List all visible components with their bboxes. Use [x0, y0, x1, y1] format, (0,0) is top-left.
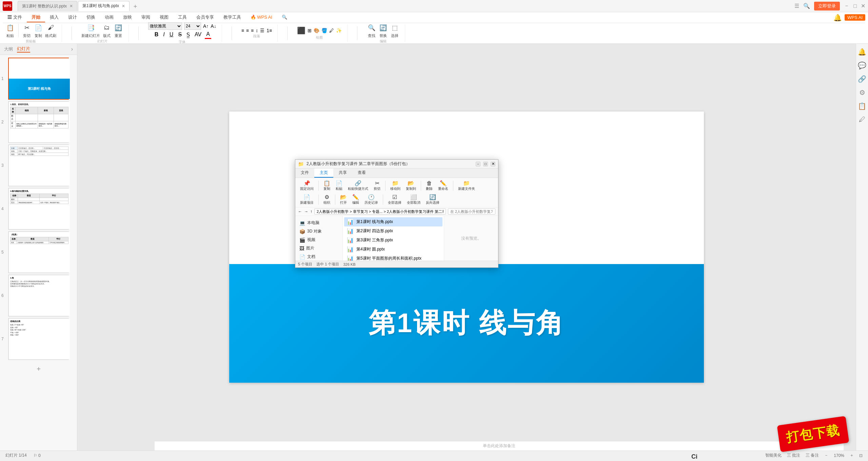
fm-tab-home[interactable]: 主页 [314, 168, 333, 178]
border-color-button[interactable]: 🖊 [329, 28, 334, 33]
list-item[interactable]: 📊 第3课时 三角形.pptx [344, 236, 442, 245]
replace-button[interactable]: 🔄 替换 [378, 23, 388, 38]
tab2-close[interactable]: ✕ [122, 4, 125, 8]
fm-maximize-button[interactable]: □ [483, 162, 488, 166]
fm-delete-button[interactable]: 🗑 删除 [424, 180, 435, 192]
fm-tab-share[interactable]: 共享 [333, 168, 352, 178]
ribbon-tab-wpsai[interactable]: 🔥 WPS AI [246, 13, 277, 22]
align-center[interactable]: ≡ [246, 28, 249, 33]
find-button[interactable]: 🔍 查找 [367, 23, 376, 38]
effect-button[interactable]: ✨ [336, 28, 342, 33]
list-item[interactable]: 5 （性质） 名称垂直平行 性质从直线外一点到该直线上各个点所连的线段...①平… [8, 231, 69, 273]
ribbon-right-icon1[interactable]: 🔔 [833, 14, 842, 22]
fm-pin-button[interactable]: 📌 固定访问 [298, 179, 316, 192]
line-spacing[interactable]: ↕ [256, 28, 258, 33]
ribbon-tab-design[interactable]: 设计 [63, 13, 82, 22]
zoom-in-button[interactable]: ＋ [850, 453, 854, 458]
decrease-font[interactable]: A↓ [211, 23, 216, 29]
fm-tab-file[interactable]: 文件 [295, 168, 314, 178]
fm-rename-button[interactable]: ✏️ 重命名 [436, 179, 450, 192]
list-item[interactable]: 4 3.线与线的位置关系。 名称垂直平行 图示 定义两条直线相交成直角时...在… [8, 188, 69, 230]
zoom-out-button[interactable]: － [824, 453, 828, 458]
fm-close-button[interactable]: ✕ [491, 162, 495, 166]
format-painter[interactable]: 🖌 格式刷 [45, 23, 56, 38]
cut-button[interactable]: ✂ 剪切 [22, 23, 32, 38]
numbering[interactable]: 1≡ [267, 28, 272, 33]
smart-beautify-button[interactable]: 智能美化 [765, 453, 782, 458]
fm-paste-shortcut-button[interactable]: 🔗 粘贴快捷方式 [346, 179, 370, 192]
fm-nav-3d[interactable]: 📦 3D 对象 [295, 227, 342, 236]
fm-open-button[interactable]: 📂 打开 [338, 193, 349, 206]
minimize-icon[interactable]: － [844, 2, 849, 9]
fm-select-all-button[interactable]: ☑ 全部选择 [386, 193, 403, 206]
notes-button[interactable]: 三 批注 [787, 453, 800, 458]
underline-button[interactable]: U [168, 31, 175, 38]
slide-thumb-1[interactable]: 第1课时 线与角 [8, 58, 69, 100]
fm-history-button[interactable]: 🕐 历史记录 [362, 193, 380, 206]
search-icon[interactable]: 🔍 [803, 3, 810, 9]
list-item[interactable]: 1 第1课时 线与角 [8, 58, 69, 100]
sidebar-outline-tab[interactable]: 大纲 [4, 46, 13, 52]
fm-paste-button[interactable]: 📄 粘贴 [334, 179, 344, 192]
reset-button[interactable]: 🔄 重置 [114, 23, 123, 38]
fill-color-button[interactable]: 🪣 [321, 28, 327, 33]
right-panel-icon6[interactable]: 🖊 [859, 116, 866, 123]
copy-button[interactable]: 📄 复制 [34, 23, 43, 38]
select-button[interactable]: ⬚ 选择 [390, 23, 399, 38]
slide-thumb-3[interactable]: 比较①没有端点，②没有...①没有端点，②没有... 射线只有一个端点，无限延伸… [8, 144, 69, 186]
maximize-icon[interactable]: □ [853, 3, 857, 9]
align-right[interactable]: ≡ [251, 28, 254, 33]
fm-back-button[interactable]: ← [298, 209, 302, 214]
fm-nav-video[interactable]: 🎬 视频 [295, 236, 342, 244]
fm-organize-button[interactable]: ⚙ 组织 [321, 193, 332, 206]
font-size-select[interactable]: 24 [184, 22, 201, 30]
fm-copy-to-button[interactable]: 📂 复制到 [404, 179, 418, 192]
shadow-button[interactable]: S̲ [185, 31, 191, 39]
bold-button[interactable]: B [153, 31, 160, 38]
tab1-close[interactable]: ✕ [70, 4, 73, 8]
remarks-button[interactable]: 三 备注 [806, 453, 819, 458]
slide-thumb-5[interactable]: （性质） 名称垂直平行 性质从直线外一点到该直线上各个点所连的线段...①平行线… [8, 231, 69, 273]
fm-nav-thispc[interactable]: 💻 本电脑 [295, 219, 342, 227]
fm-up-button[interactable]: ↑ [310, 209, 312, 214]
sidebar-collapse-button[interactable]: › [71, 46, 73, 52]
shapes-button[interactable]: ⬛ [297, 26, 305, 35]
list-item[interactable]: 3 比较①没有端点，②没有...①没有端点，②没有... 射线只有一个端点，无限… [8, 144, 69, 186]
new-tab-button[interactable]: ＋ [130, 2, 140, 10]
close-icon[interactable]: ✕ [861, 3, 865, 9]
ribbon-right-icon2[interactable]: WPS AI [845, 14, 865, 21]
ribbon-tab-transition[interactable]: 切换 [82, 13, 100, 22]
ribbon-tab-slideshow[interactable]: 放映 [118, 13, 137, 22]
ribbon-tab-review[interactable]: 审阅 [137, 13, 155, 22]
menu-icon[interactable]: ☰ [794, 3, 799, 9]
list-item[interactable]: 7 ④角的分类 锐角: 0°<锐角<90° 直角: =90° 钝角: 90°<钝… [8, 318, 69, 360]
right-panel-icon2[interactable]: 💬 [858, 61, 866, 69]
add-slide-button[interactable]: ＋ [0, 361, 77, 376]
ribbon-tab-search[interactable]: 🔍 [277, 13, 292, 22]
ribbon-tab-tools[interactable]: 工具 [173, 13, 192, 22]
paste-button[interactable]: 📋 粘贴 [5, 23, 15, 38]
ribbon-tab-view[interactable]: 视图 [155, 13, 173, 22]
ribbon-tab-insert[interactable]: 插入 [45, 13, 63, 22]
italic-button[interactable]: I [162, 31, 166, 38]
list-item[interactable]: 6 3.角 ①角的定义：从一点引出两条射线所围成的图形叫角。 ②用量角器来测量角… [8, 275, 69, 317]
slide-notes-area[interactable]: 单击此处添加备注 [155, 441, 844, 450]
list-item[interactable]: 2 1.线段、射线和直线。 名称线段射线直线 图示 定义直线上的两点之间的部分叫… [8, 101, 69, 143]
right-panel-icon1[interactable]: 🔔 [858, 48, 866, 56]
fm-cut-button[interactable]: ✂ 剪切 [372, 179, 382, 192]
fm-edit-button[interactable]: ✏️ 编辑 [350, 193, 361, 206]
font-color-button[interactable]: A [205, 31, 211, 39]
fm-nav-images[interactable]: 🖼 图片 [295, 244, 342, 253]
fm-minimize-button[interactable]: － [476, 162, 480, 166]
fm-new-folder-button[interactable]: 📁 新建文件夹 [456, 179, 477, 192]
fm-tab-view[interactable]: 查看 [352, 168, 371, 178]
list-item[interactable]: 📊 第5课时 平面图形的周长和面积.pptx [344, 254, 442, 261]
fm-forward-button[interactable]: → [304, 209, 308, 214]
fm-move-to-button[interactable]: 📁 移动到 [388, 179, 402, 192]
right-panel-icon5[interactable]: 📋 [858, 102, 866, 110]
fm-nav-docs[interactable]: 📄 文档 [295, 253, 342, 261]
slide-thumb-7[interactable]: ④角的分类 锐角: 0°<锐角<90° 直角: =90° 钝角: 90°<钝角<… [8, 318, 69, 360]
fm-invert-select-button[interactable]: 🔄 反向选择 [424, 193, 441, 206]
ribbon-tab-home[interactable]: 开始 [27, 13, 45, 22]
right-panel-icon3[interactable]: 🔗 [858, 75, 866, 83]
